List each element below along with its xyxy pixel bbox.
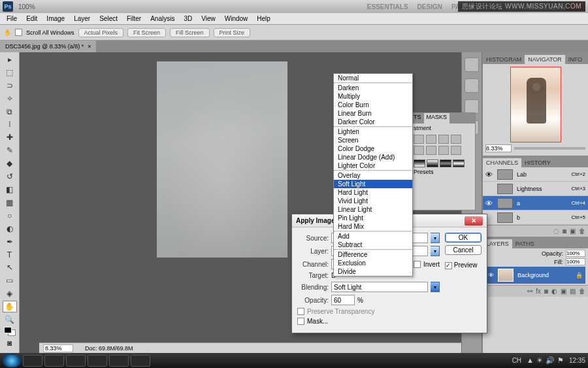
- type-tool[interactable]: T: [3, 249, 17, 261]
- actual-pixels-button[interactable]: Actual Pixels: [78, 28, 124, 37]
- tab-histogram[interactable]: HISTOGRAM: [483, 55, 525, 64]
- eyedropper-tool[interactable]: ⁞: [3, 119, 17, 131]
- tab-info[interactable]: INFO: [565, 55, 586, 64]
- start-button[interactable]: [3, 354, 21, 367]
- tray-icon[interactable]: 🔊: [546, 356, 555, 365]
- channel-lightness[interactable]: LightnessCtrl+3: [483, 182, 588, 196]
- adj-icon[interactable]: [426, 135, 436, 144]
- document-tab[interactable]: DSC3456.jpg @ 8.33% (a/8) * ×: [0, 41, 96, 52]
- task-item[interactable]: [44, 355, 64, 367]
- navigator-zoom-slider[interactable]: [514, 147, 585, 150]
- wand-tool[interactable]: ✧: [3, 93, 17, 105]
- blend-subtract[interactable]: Subtract: [334, 241, 412, 249]
- close-tab-icon[interactable]: ×: [88, 43, 91, 50]
- dialog-close-button[interactable]: ✕: [465, 216, 483, 226]
- blend-hardlight[interactable]: Hard Light: [334, 188, 412, 197]
- adj-icon[interactable]: [451, 146, 461, 155]
- adj-icon[interactable]: [438, 146, 449, 155]
- zoom-tool[interactable]: 🔍: [3, 314, 17, 326]
- trash-icon[interactable]: 🗑: [579, 288, 585, 295]
- channel-b[interactable]: bCtrl+5: [483, 210, 588, 225]
- navigator-zoom-input[interactable]: [485, 144, 512, 152]
- scroll-all-checkbox[interactable]: [15, 29, 22, 36]
- tray-icon[interactable]: ⚑: [557, 356, 564, 365]
- trash-icon[interactable]: 🗑: [579, 227, 585, 235]
- clock[interactable]: 12:35: [569, 357, 585, 364]
- fit-screen-button[interactable]: Fit Screen: [127, 28, 166, 37]
- gradient-preset[interactable]: [414, 159, 425, 167]
- channel-lab[interactable]: 👁LabCtrl+2: [483, 167, 588, 182]
- presets-label[interactable]: Presets: [411, 167, 475, 176]
- layer-background[interactable]: 👁 Background 🔒: [485, 267, 585, 284]
- dodge-tool[interactable]: ◐: [3, 223, 17, 235]
- blend-add[interactable]: Add: [334, 232, 412, 241]
- tab-history[interactable]: HISTORY: [521, 158, 554, 167]
- strip-btn-3[interactable]: [465, 99, 479, 114]
- crop-tool[interactable]: ⧉: [3, 106, 17, 118]
- adj-icon[interactable]: [414, 146, 424, 155]
- chevron-down-icon[interactable]: ▾: [431, 233, 440, 243]
- path-select-tool[interactable]: ↖: [3, 262, 17, 274]
- adjustment-icon[interactable]: ◐: [551, 288, 557, 295]
- blend-colordodge[interactable]: Color Dodge: [334, 144, 412, 153]
- adj-icon[interactable]: [426, 146, 436, 155]
- blend-linearburn[interactable]: Linear Burn: [334, 109, 412, 118]
- gradient-preset[interactable]: [440, 159, 451, 167]
- menu-image[interactable]: Image: [42, 14, 69, 23]
- history-brush-tool[interactable]: ↺: [3, 171, 17, 182]
- eye-icon[interactable]: 👁: [488, 272, 494, 278]
- eye-icon[interactable]: 👁: [485, 199, 493, 207]
- brush-tool[interactable]: ✎: [3, 144, 17, 156]
- color-swatch[interactable]: [4, 327, 16, 336]
- shape-tool[interactable]: ▭: [3, 275, 17, 286]
- menu-layer[interactable]: Layer: [70, 14, 94, 23]
- stamp-tool[interactable]: ◆: [3, 158, 17, 169]
- menu-analysis[interactable]: Analysis: [146, 14, 178, 23]
- chevron-down-icon[interactable]: ▾: [431, 246, 440, 256]
- link-icon[interactable]: ⚯: [527, 288, 532, 295]
- tab-channels[interactable]: CHANNELS: [483, 158, 521, 167]
- load-selection-icon[interactable]: ◌: [553, 227, 559, 235]
- eraser-tool[interactable]: ◧: [3, 184, 17, 195]
- blend-linearlight[interactable]: Linear Light: [334, 205, 412, 214]
- strip-btn-2[interactable]: [465, 78, 479, 93]
- blend-normal[interactable]: Normal: [334, 74, 412, 82]
- blend-softlight[interactable]: Soft Light: [334, 180, 412, 188]
- mask-checkbox[interactable]: [297, 318, 304, 325]
- blend-overlay[interactable]: Overlay: [334, 171, 412, 180]
- strip-btn-1[interactable]: [465, 58, 479, 72]
- preview-checkbox[interactable]: [445, 262, 452, 269]
- new-layer-icon[interactable]: ▤: [570, 288, 576, 295]
- tab-paths[interactable]: PATHS: [512, 239, 538, 248]
- menu-file[interactable]: File: [3, 14, 21, 23]
- save-selection-icon[interactable]: ◙: [563, 227, 566, 235]
- opacity-input[interactable]: [566, 250, 585, 257]
- adj-icon[interactable]: [414, 135, 424, 144]
- move-tool[interactable]: ▸: [3, 54, 17, 65]
- adj-icon[interactable]: [451, 135, 461, 144]
- workspace-design[interactable]: DESIGN: [417, 3, 442, 10]
- menu-help[interactable]: Help: [253, 14, 274, 23]
- blend-lightercolor[interactable]: Lighter Color: [334, 161, 412, 170]
- task-item[interactable]: [88, 355, 107, 367]
- group-icon[interactable]: ▣: [561, 288, 566, 295]
- blend-colorburn[interactable]: Color Burn: [334, 101, 412, 109]
- hand-tool[interactable]: ✋: [3, 301, 17, 312]
- opacity-field[interactable]: 60: [331, 295, 355, 305]
- blending-dropdown[interactable]: Soft Light: [331, 282, 428, 292]
- zoom-level[interactable]: 100%: [18, 3, 35, 10]
- blend-vividlight[interactable]: Vivid Light: [334, 197, 412, 205]
- pen-tool[interactable]: ✒: [3, 236, 17, 248]
- ok-button[interactable]: OK: [445, 233, 482, 243]
- invert-checkbox[interactable]: [414, 261, 421, 268]
- task-item[interactable]: [66, 355, 86, 367]
- navigator-thumbnail[interactable]: [510, 67, 561, 142]
- tray-icon[interactable]: ▲: [527, 356, 534, 365]
- tab-masks[interactable]: MASKS: [424, 113, 450, 124]
- cancel-button[interactable]: Cancel: [445, 245, 482, 255]
- blend-darkercolor[interactable]: Darker Color: [334, 118, 412, 126]
- menu-3d[interactable]: 3D: [180, 14, 196, 23]
- task-item[interactable]: [131, 355, 150, 367]
- menu-select[interactable]: Select: [95, 14, 122, 23]
- menu-window[interactable]: Window: [221, 14, 252, 23]
